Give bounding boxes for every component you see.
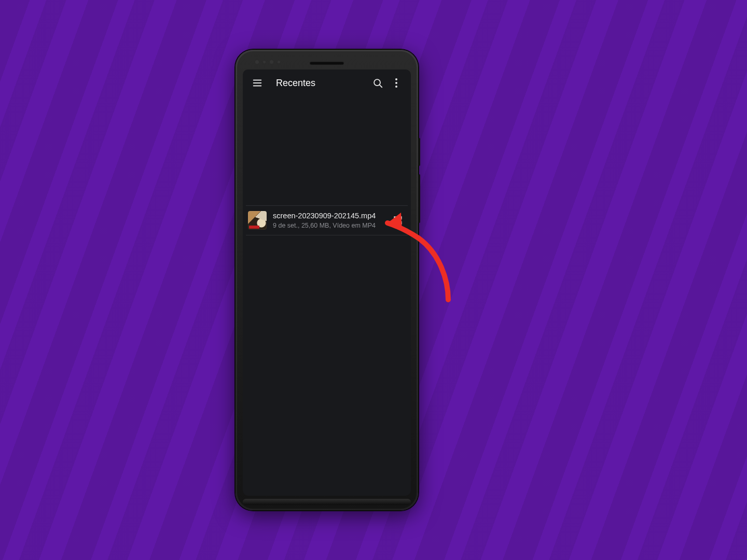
more-vert-icon[interactable] [387,74,406,92]
side-button-power [418,138,420,166]
page-title: Recentes [276,78,368,89]
sensor-cluster [255,60,280,64]
expand-icon[interactable] [390,213,406,228]
phone-frame: Recentes screen-20230909-202145.mp4 9 de… [236,50,418,510]
file-name: screen-20230909-202145.mp4 [273,211,384,220]
file-meta: screen-20230909-202145.mp4 9 de set., 25… [273,211,384,230]
file-row[interactable]: screen-20230909-202145.mp4 9 de set., 25… [243,206,411,235]
hamburger-icon[interactable] [248,74,267,92]
file-thumbnail [248,211,267,230]
list-divider [246,235,408,235]
file-subtitle: 9 de set., 25,60 MB, Vídeo em MP4 [273,221,384,230]
earpiece [310,62,344,65]
phone-chin [243,499,411,505]
app-bar: Recentes [243,69,411,96]
side-button-volume [418,174,420,223]
file-list: screen-20230909-202145.mp4 9 de set., 25… [243,205,411,235]
phone-top-hardware [236,59,418,67]
search-icon[interactable] [368,74,387,92]
phone-screen: Recentes screen-20230909-202145.mp4 9 de… [243,69,411,496]
svg-line-4 [380,85,382,87]
